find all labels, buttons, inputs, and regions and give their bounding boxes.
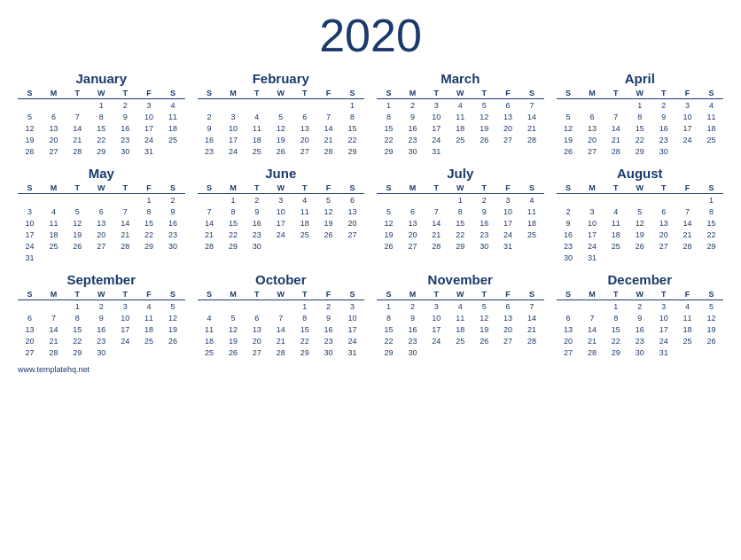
day-cell: 17 bbox=[425, 122, 448, 134]
day-cell: 3 bbox=[340, 300, 364, 313]
day-cell: 12 bbox=[66, 217, 90, 229]
day-cell: 28 bbox=[580, 346, 604, 358]
day-cell: 9 bbox=[113, 111, 137, 122]
day-cell bbox=[42, 300, 66, 313]
day-cell: 24 bbox=[340, 335, 364, 346]
day-cell: 28 bbox=[198, 240, 222, 252]
week-row: 2930 bbox=[377, 346, 544, 358]
week-row: 2345678 bbox=[557, 206, 724, 217]
day-cell: 27 bbox=[496, 134, 520, 145]
day-header: S bbox=[161, 183, 185, 194]
day-cell: 1 bbox=[340, 99, 364, 112]
day-cell: 9 bbox=[628, 312, 651, 323]
day-cell: 18 bbox=[604, 229, 628, 240]
day-cell: 17 bbox=[675, 122, 699, 134]
day-cell: 23 bbox=[316, 335, 340, 346]
day-cell bbox=[425, 346, 448, 358]
day-cell: 4 bbox=[604, 206, 628, 217]
day-cell: 19 bbox=[316, 217, 340, 229]
day-cell: 21 bbox=[269, 335, 292, 346]
day-cell bbox=[496, 346, 520, 358]
day-cell: 30 bbox=[161, 240, 185, 252]
day-cell: 29 bbox=[377, 346, 401, 358]
week-row: 1 bbox=[198, 99, 365, 112]
day-cell: 26 bbox=[18, 145, 42, 157]
week-row: 9101112131415 bbox=[198, 122, 365, 134]
day-cell: 2 bbox=[651, 99, 675, 112]
day-header: T bbox=[472, 88, 496, 99]
day-cell: 6 bbox=[340, 194, 364, 206]
day-cell bbox=[604, 194, 628, 206]
day-cell: 19 bbox=[269, 134, 292, 145]
day-cell: 21 bbox=[520, 323, 544, 335]
day-cell bbox=[90, 194, 113, 206]
day-header: T bbox=[651, 289, 675, 300]
day-cell: 8 bbox=[292, 312, 316, 323]
day-header: F bbox=[496, 183, 520, 194]
day-cell: 29 bbox=[292, 346, 316, 358]
day-cell bbox=[66, 252, 90, 263]
day-cell: 21 bbox=[66, 134, 90, 145]
day-cell: 9 bbox=[472, 206, 496, 217]
day-cell: 28 bbox=[269, 346, 292, 358]
day-cell: 8 bbox=[377, 312, 401, 323]
day-cell bbox=[472, 346, 496, 358]
day-cell: 26 bbox=[472, 335, 496, 346]
day-header: T bbox=[604, 289, 628, 300]
day-cell: 11 bbox=[137, 312, 161, 323]
day-header: S bbox=[557, 183, 581, 194]
day-cell: 8 bbox=[448, 206, 472, 217]
day-cell: 24 bbox=[18, 240, 42, 252]
day-cell: 19 bbox=[628, 229, 651, 240]
day-cell bbox=[113, 346, 137, 358]
day-cell: 11 bbox=[448, 312, 472, 323]
day-cell bbox=[316, 240, 340, 252]
day-cell: 29 bbox=[377, 145, 401, 157]
day-cell: 3 bbox=[221, 111, 245, 122]
day-header: S bbox=[18, 88, 42, 99]
week-row: 13141516171819 bbox=[557, 323, 724, 335]
month-april: AprilSMTWTFS1234567891011121314151617181… bbox=[557, 71, 724, 157]
day-cell bbox=[292, 99, 316, 112]
day-cell: 13 bbox=[18, 323, 42, 335]
day-header: F bbox=[675, 289, 699, 300]
day-cell: 11 bbox=[42, 217, 66, 229]
day-cell: 28 bbox=[113, 240, 137, 252]
day-header: T bbox=[425, 88, 448, 99]
day-cell bbox=[520, 240, 544, 252]
day-cell bbox=[472, 145, 496, 157]
day-cell: 26 bbox=[221, 346, 245, 358]
day-cell: 24 bbox=[675, 134, 699, 145]
day-cell: 25 bbox=[699, 134, 723, 145]
month-january: JanuarySMTWTFS12345678910111213141516171… bbox=[18, 71, 185, 157]
day-cell: 14 bbox=[269, 323, 292, 335]
day-cell: 27 bbox=[340, 229, 364, 240]
day-cell: 9 bbox=[401, 312, 425, 323]
day-cell: 16 bbox=[113, 122, 137, 134]
day-cell: 7 bbox=[42, 312, 66, 323]
day-cell: 15 bbox=[221, 217, 245, 229]
week-row: 1234 bbox=[18, 99, 185, 112]
day-cell: 26 bbox=[316, 229, 340, 240]
day-cell: 17 bbox=[269, 217, 292, 229]
day-cell: 17 bbox=[221, 134, 245, 145]
day-cell: 6 bbox=[18, 312, 42, 323]
month-may: MaySMTWTFS123456789101112131415161718192… bbox=[18, 166, 185, 263]
day-cell: 27 bbox=[557, 346, 581, 358]
day-cell bbox=[18, 99, 42, 112]
week-row: 1234 bbox=[557, 99, 724, 112]
day-cell: 9 bbox=[161, 206, 185, 217]
day-cell: 19 bbox=[472, 323, 496, 335]
week-row: 20212223242526 bbox=[18, 335, 185, 346]
day-cell: 4 bbox=[198, 312, 222, 323]
day-header: M bbox=[42, 289, 66, 300]
day-cell bbox=[699, 145, 723, 157]
day-cell: 6 bbox=[496, 300, 520, 313]
day-cell: 14 bbox=[425, 217, 448, 229]
day-cell: 28 bbox=[316, 145, 340, 157]
day-cell: 14 bbox=[113, 217, 137, 229]
day-cell: 3 bbox=[496, 194, 520, 206]
day-cell: 23 bbox=[161, 229, 185, 240]
day-header: S bbox=[18, 289, 42, 300]
day-cell: 10 bbox=[221, 122, 245, 134]
